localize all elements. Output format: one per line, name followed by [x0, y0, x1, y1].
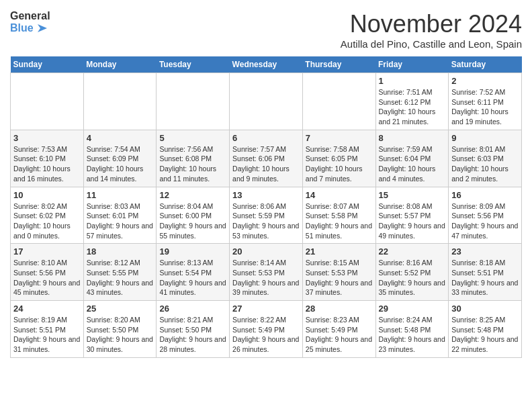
day-info: Sunrise: 8:22 AM Sunset: 5:49 PM Dayligh… [232, 315, 300, 355]
logo-general: General [10, 10, 50, 22]
day-info: Sunrise: 8:03 AM Sunset: 6:01 PM Dayligh… [87, 201, 154, 241]
calendar-day-cell [302, 73, 375, 130]
calendar-day-cell: 26Sunrise: 8:21 AM Sunset: 5:50 PM Dayli… [157, 301, 230, 358]
calendar-day-cell: 16Sunrise: 8:09 AM Sunset: 5:56 PM Dayli… [449, 187, 522, 244]
calendar-day-cell [157, 73, 230, 130]
day-info: Sunrise: 7:59 AM Sunset: 6:04 PM Dayligh… [379, 144, 446, 184]
day-number: 25 [87, 304, 154, 314]
calendar-day-cell: 17Sunrise: 8:10 AM Sunset: 5:56 PM Dayli… [11, 244, 84, 301]
day-info: Sunrise: 8:16 AM Sunset: 5:52 PM Dayligh… [379, 258, 446, 298]
day-number: 3 [13, 133, 81, 143]
calendar-day-cell: 21Sunrise: 8:15 AM Sunset: 5:53 PM Dayli… [302, 244, 375, 301]
calendar-week-row: 17Sunrise: 8:10 AM Sunset: 5:56 PM Dayli… [11, 244, 522, 301]
calendar-day-cell: 18Sunrise: 8:12 AM Sunset: 5:55 PM Dayli… [83, 244, 157, 301]
calendar-day-cell: 27Sunrise: 8:22 AM Sunset: 5:49 PM Dayli… [230, 301, 303, 358]
day-info: Sunrise: 8:10 AM Sunset: 5:56 PM Dayligh… [13, 258, 81, 298]
day-number: 10 [13, 190, 81, 200]
weekday-header: Wednesday [230, 56, 303, 73]
day-number: 18 [87, 246, 154, 257]
day-number: 28 [306, 304, 373, 314]
calendar-week-row: 3Sunrise: 7:53 AM Sunset: 6:10 PM Daylig… [11, 130, 522, 187]
day-number: 17 [13, 246, 81, 257]
calendar-day-cell: 22Sunrise: 8:16 AM Sunset: 5:52 PM Dayli… [375, 244, 449, 301]
day-info: Sunrise: 8:02 AM Sunset: 6:02 PM Dayligh… [13, 201, 81, 241]
calendar-day-cell [83, 73, 157, 130]
calendar-day-cell: 3Sunrise: 7:53 AM Sunset: 6:10 PM Daylig… [11, 130, 84, 187]
day-number: 29 [379, 304, 446, 314]
svg-marker-0 [38, 24, 47, 32]
day-number: 23 [451, 246, 519, 257]
day-info: Sunrise: 7:51 AM Sunset: 6:12 PM Dayligh… [379, 87, 446, 127]
calendar-day-cell [230, 73, 303, 130]
day-info: Sunrise: 8:20 AM Sunset: 5:50 PM Dayligh… [87, 315, 154, 355]
day-number: 11 [87, 190, 154, 200]
calendar-day-cell [11, 73, 84, 130]
month-title: November 2024 [341, 10, 522, 38]
calendar-day-cell: 23Sunrise: 8:18 AM Sunset: 5:51 PM Dayli… [449, 244, 522, 301]
weekday-header-row: SundayMondayTuesdayWednesdayThursdayFrid… [11, 56, 522, 73]
day-number: 24 [13, 304, 81, 314]
calendar-day-cell: 7Sunrise: 7:58 AM Sunset: 6:05 PM Daylig… [302, 130, 375, 187]
day-info: Sunrise: 8:04 AM Sunset: 6:00 PM Dayligh… [159, 201, 226, 241]
calendar-day-cell: 8Sunrise: 7:59 AM Sunset: 6:04 PM Daylig… [375, 130, 449, 187]
calendar-day-cell: 12Sunrise: 8:04 AM Sunset: 6:00 PM Dayli… [157, 187, 230, 244]
title-section: November 2024 Autilla del Pino, Castille… [341, 10, 522, 50]
location-subtitle: Autilla del Pino, Castille and Leon, Spa… [341, 38, 522, 50]
calendar-day-cell: 19Sunrise: 8:13 AM Sunset: 5:54 PM Dayli… [157, 244, 230, 301]
logo-arrow-icon [35, 22, 47, 34]
day-info: Sunrise: 8:06 AM Sunset: 5:59 PM Dayligh… [232, 201, 300, 241]
day-info: Sunrise: 8:24 AM Sunset: 5:48 PM Dayligh… [379, 315, 446, 355]
weekday-header: Monday [83, 56, 157, 73]
day-info: Sunrise: 8:19 AM Sunset: 5:51 PM Dayligh… [13, 315, 81, 355]
day-number: 27 [232, 304, 300, 314]
logo-blue: Blue [10, 22, 47, 34]
weekday-header: Tuesday [157, 56, 230, 73]
weekday-header: Thursday [302, 56, 375, 73]
calendar-day-cell: 1Sunrise: 7:51 AM Sunset: 6:12 PM Daylig… [375, 73, 449, 130]
logo-text: General Blue [10, 10, 50, 34]
day-number: 14 [306, 190, 373, 200]
day-info: Sunrise: 8:07 AM Sunset: 5:58 PM Dayligh… [306, 201, 373, 241]
calendar-table: SundayMondayTuesdayWednesdayThursdayFrid… [10, 56, 522, 358]
day-number: 1 [379, 76, 446, 86]
day-info: Sunrise: 8:14 AM Sunset: 5:53 PM Dayligh… [232, 258, 300, 298]
calendar-day-cell: 30Sunrise: 8:25 AM Sunset: 5:48 PM Dayli… [449, 301, 522, 358]
day-number: 8 [379, 133, 446, 143]
day-number: 2 [451, 76, 519, 86]
logo: General Blue [10, 10, 50, 34]
day-number: 9 [451, 133, 519, 143]
calendar-day-cell: 5Sunrise: 7:56 AM Sunset: 6:08 PM Daylig… [157, 130, 230, 187]
day-info: Sunrise: 7:53 AM Sunset: 6:10 PM Dayligh… [13, 144, 81, 184]
day-info: Sunrise: 8:08 AM Sunset: 5:57 PM Dayligh… [379, 201, 446, 241]
day-info: Sunrise: 8:25 AM Sunset: 5:48 PM Dayligh… [451, 315, 519, 355]
day-info: Sunrise: 8:12 AM Sunset: 5:55 PM Dayligh… [87, 258, 154, 298]
day-number: 16 [451, 190, 519, 200]
day-number: 30 [451, 304, 519, 314]
day-number: 21 [306, 246, 373, 257]
calendar-day-cell: 25Sunrise: 8:20 AM Sunset: 5:50 PM Dayli… [83, 301, 157, 358]
day-number: 22 [379, 246, 446, 257]
calendar-day-cell: 2Sunrise: 7:52 AM Sunset: 6:11 PM Daylig… [449, 73, 522, 130]
day-info: Sunrise: 7:52 AM Sunset: 6:11 PM Dayligh… [451, 87, 519, 127]
calendar-day-cell: 4Sunrise: 7:54 AM Sunset: 6:09 PM Daylig… [83, 130, 157, 187]
weekday-header: Friday [375, 56, 449, 73]
weekday-header: Saturday [449, 56, 522, 73]
calendar-day-cell: 11Sunrise: 8:03 AM Sunset: 6:01 PM Dayli… [83, 187, 157, 244]
day-info: Sunrise: 8:01 AM Sunset: 6:03 PM Dayligh… [451, 144, 519, 184]
day-info: Sunrise: 8:21 AM Sunset: 5:50 PM Dayligh… [159, 315, 226, 355]
day-number: 5 [159, 133, 226, 143]
day-number: 7 [306, 133, 373, 143]
day-info: Sunrise: 8:18 AM Sunset: 5:51 PM Dayligh… [451, 258, 519, 298]
day-number: 20 [232, 246, 300, 257]
day-number: 12 [159, 190, 226, 200]
calendar-day-cell: 24Sunrise: 8:19 AM Sunset: 5:51 PM Dayli… [11, 301, 84, 358]
day-info: Sunrise: 8:23 AM Sunset: 5:49 PM Dayligh… [306, 315, 373, 355]
day-number: 4 [87, 133, 154, 143]
day-info: Sunrise: 7:57 AM Sunset: 6:06 PM Dayligh… [232, 144, 300, 184]
page-header: General Blue November 2024 Autilla del P… [10, 10, 522, 50]
calendar-day-cell: 13Sunrise: 8:06 AM Sunset: 5:59 PM Dayli… [230, 187, 303, 244]
calendar-day-cell: 9Sunrise: 8:01 AM Sunset: 6:03 PM Daylig… [449, 130, 522, 187]
day-number: 19 [159, 246, 226, 257]
day-info: Sunrise: 8:13 AM Sunset: 5:54 PM Dayligh… [159, 258, 226, 298]
day-number: 13 [232, 190, 300, 200]
